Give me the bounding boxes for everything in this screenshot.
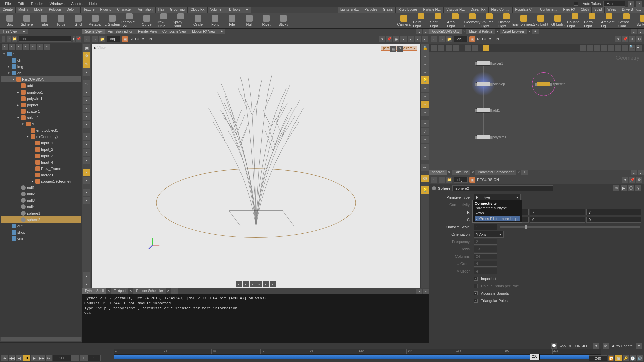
tab-add[interactable]: + — [521, 170, 528, 175]
net-btn[interactable] — [594, 45, 600, 51]
shelf-tool-draw-curve[interactable]: Draw Curve — [156, 13, 172, 28]
tab-close[interactable]: × — [106, 288, 111, 294]
tree-item-null3[interactable]: null3 — [1, 197, 81, 203]
tree-btn[interactable]: ▪ — [44, 44, 50, 50]
tree-item--[interactable]: ▾/ — [1, 51, 81, 57]
tab-params-node[interactable]: sphere2 — [429, 170, 447, 175]
tab-motionfx-view[interactable]: Motion FX View — [189, 29, 218, 34]
vp-btn[interactable]: ▪ — [400, 36, 407, 42]
timeline-track[interactable]: 206 — [114, 354, 601, 359]
tool[interactable]: ▪ — [83, 177, 90, 184]
shelf-tool-camera[interactable]: Camera — [396, 13, 412, 28]
tree-item-popnet[interactable]: ▸popnet — [1, 102, 81, 108]
tool[interactable]: ▪ — [83, 113, 90, 120]
expander-icon[interactable]: ▸ — [16, 90, 20, 94]
shelf-tab[interactable]: Fluid Cont... — [489, 7, 513, 13]
tree-item-add1[interactable]: add1 — [1, 82, 81, 89]
shelf-tool-torus[interactable]: Torus — [53, 13, 69, 28]
net-btn[interactable] — [615, 45, 621, 51]
vp-bottom-btn[interactable]: ▪ — [256, 281, 262, 287]
menu-edit[interactable]: Edit — [14, 1, 28, 7]
shelf-tab[interactable]: Cloth — [578, 7, 592, 13]
tab-scene-view[interactable]: Scene View — [82, 29, 105, 34]
gear-icon[interactable]: ⚙ — [636, 36, 642, 42]
net-btn[interactable] — [601, 45, 607, 51]
tab-network[interactable]: /obj/RECURSIO... — [429, 29, 462, 34]
shelf-tool-l-system[interactable]: L-System — [104, 13, 120, 28]
accurate-bounds-checkbox[interactable] — [474, 291, 478, 295]
tab-composite-view[interactable]: Composite View — [160, 29, 189, 34]
search-icon[interactable]: 🔍 — [629, 45, 635, 51]
shelf-tab[interactable]: Lights and... — [338, 7, 362, 13]
network-node-add1[interactable]: add1 — [476, 108, 500, 113]
tree-view-tab[interactable]: Tree View — [0, 29, 20, 34]
end-frame-field[interactable] — [589, 355, 607, 361]
goto-start-button[interactable]: ⏮ — [1, 355, 8, 361]
tab-param-spreadsheet[interactable]: Parameter Spreadsheet — [475, 170, 516, 175]
tree-item-input_4[interactable]: Input_4 — [1, 159, 81, 165]
shelf-tool-environmen-[interactable]: Environmen... — [516, 13, 532, 28]
tab-add[interactable]: + — [171, 288, 178, 294]
tool[interactable]: ▪ — [421, 84, 429, 92]
network-node-pointvop1[interactable]: pointvop1 — [476, 82, 507, 86]
tool[interactable]: ▪ — [83, 189, 90, 196]
arrow-tool[interactable]: ↖ — [83, 80, 90, 88]
shelf-tab[interactable]: Modify — [16, 7, 31, 13]
tree-item-null1[interactable]: null1 — [1, 184, 81, 191]
tree-btn[interactable]: ▪ — [37, 44, 43, 50]
forward-icon[interactable]: → — [7, 36, 11, 42]
param-path[interactable] — [454, 177, 468, 183]
shelf-tab[interactable]: Particle Fl... — [420, 7, 444, 13]
layout-icon[interactable]: ▦ — [390, 46, 396, 52]
shelf-tool-file[interactable]: File — [224, 13, 240, 28]
center-y-field[interactable] — [530, 217, 585, 223]
playhead[interactable]: 206 — [530, 354, 540, 360]
tool[interactable]: ▪ — [83, 141, 90, 148]
tab-close[interactable]: × — [128, 288, 133, 294]
dropdown-icon[interactable]: ▾ — [593, 343, 599, 349]
back-icon[interactable]: ← — [431, 36, 437, 42]
tool[interactable]: ▪ — [421, 136, 429, 143]
tool[interactable]: • — [421, 120, 429, 127]
shelf-tab[interactable]: Rigid Bodies — [396, 7, 420, 13]
menu-file[interactable]: File — [2, 1, 14, 7]
tab-close[interactable]: × — [516, 170, 521, 175]
shelf-tab[interactable]: Pyro FX — [560, 7, 578, 13]
goto-end-button[interactable]: ⏭ — [46, 355, 52, 361]
tree-item-sphere2[interactable]: sphere2 — [1, 216, 81, 223]
tool[interactable]: ▪ — [421, 93, 429, 100]
tree-item-input_2[interactable]: Input_2 — [1, 146, 81, 153]
tool[interactable]: ▪ — [421, 152, 429, 160]
take-selector[interactable]: Main — [603, 1, 625, 7]
tab-add[interactable]: + — [218, 29, 225, 34]
play-reverse-button[interactable]: ◀ — [16, 355, 23, 361]
shelf-tab[interactable]: Grains — [380, 7, 396, 13]
network-canvas[interactable]: Geometry solver1pointvop1sphere2add1poly… — [429, 52, 644, 170]
shelf-tab[interactable]: Populate C... — [513, 7, 538, 13]
shelf-tool-sphere[interactable]: Sphere — [19, 13, 35, 28]
net-btn[interactable] — [438, 45, 444, 51]
tool[interactable]: ▪ — [83, 97, 90, 104]
tree-scrollbar-h[interactable] — [1, 337, 81, 341]
shelf-tool-ambient-lig-[interactable]: Ambient Lig... — [601, 13, 617, 28]
expander-icon[interactable]: ▾ — [7, 71, 11, 75]
folder-icon[interactable]: 📁 — [99, 36, 105, 42]
light-tool[interactable]: 💡 — [421, 76, 429, 84]
shelf-tab[interactable]: Drive Simu... — [619, 7, 644, 13]
select-tool[interactable]: ▣ — [83, 44, 90, 52]
radius-z-field[interactable] — [586, 209, 641, 215]
shelf-tool-null[interactable]: Null — [241, 13, 257, 28]
menu-options-icon[interactable]: ▾ — [628, 1, 634, 7]
audio-icon[interactable]: 🔊 — [637, 355, 643, 361]
pause-button[interactable]: ⏸ — [23, 355, 30, 361]
autotakes-checkbox[interactable] — [574, 2, 578, 6]
pin-icon[interactable]: 📌 — [76, 36, 81, 42]
tree-path-input[interactable] — [19, 36, 71, 42]
net-btn[interactable] — [472, 45, 478, 51]
tab-asset-browser[interactable]: Asset Browser — [500, 29, 527, 34]
vp-btn[interactable]: ▪ — [422, 36, 428, 42]
tool[interactable]: ▪ — [83, 88, 90, 96]
shelf-tab[interactable]: Container... — [537, 7, 560, 13]
tree-item-null4[interactable]: null4 — [1, 203, 81, 210]
shelf-tool-platonic-sol-[interactable]: Platonic Sol... — [121, 13, 138, 28]
